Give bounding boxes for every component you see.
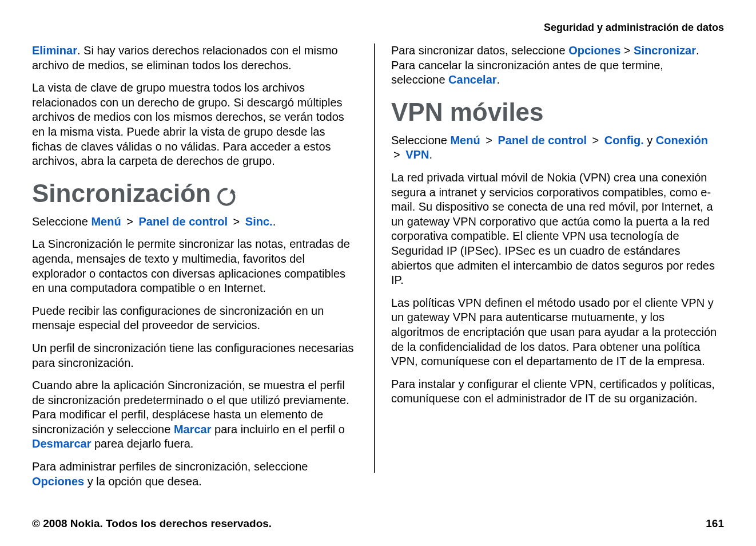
link-menu[interactable]: Menú — [450, 134, 480, 147]
separator: > — [592, 134, 602, 147]
svg-marker-0 — [229, 188, 235, 193]
text: y — [647, 134, 656, 147]
link-desmarcar[interactable]: Desmarcar — [32, 437, 91, 450]
link-vpn[interactable]: VPN — [405, 148, 429, 161]
page-footer: © 2008 Nokia. Todos los derechos reserva… — [32, 517, 724, 530]
page-header: Seguridad y administración de datos — [544, 22, 724, 34]
link-opciones[interactable]: Opciones — [32, 475, 84, 488]
link-panel-de-control[interactable]: Panel de control — [138, 215, 228, 228]
paragraph: La Sincronización le permite sincronizar… — [32, 237, 358, 295]
breadcrumb: Seleccione Menú > Panel de control > Con… — [391, 133, 717, 163]
paragraph: La vista de clave de grupo muestra todos… — [32, 81, 358, 169]
paragraph: La red privada virtual móvil de Nokia (V… — [391, 171, 717, 288]
paragraph: Para instalar y configurar el cliente VP… — [391, 377, 717, 406]
text: . — [429, 148, 432, 161]
separator: > — [486, 134, 495, 147]
link-conexion[interactable]: Conexión — [656, 134, 708, 147]
sync-icon — [217, 184, 236, 203]
text: . Si hay varios derechos relacionados co… — [32, 44, 338, 72]
link-panel-de-control[interactable]: Panel de control — [498, 134, 587, 147]
heading-text: Sincronización — [32, 179, 211, 208]
link-config[interactable]: Config. — [604, 134, 644, 147]
paragraph: Las políticas VPN definen el método usad… — [391, 296, 717, 369]
separator: > — [233, 215, 243, 228]
paragraph: Para administrar perfiles de sincronizac… — [32, 460, 358, 489]
separator: > — [126, 215, 136, 228]
left-column: Eliminar. Si hay varios derechos relacio… — [32, 43, 374, 497]
link-marcar[interactable]: Marcar — [174, 423, 212, 436]
text: Seleccione — [391, 134, 450, 147]
link-menu[interactable]: Menú — [91, 215, 121, 228]
text: Para sincronizar datos, seleccione — [391, 44, 568, 57]
paragraph: Para sincronizar datos, seleccione Opcio… — [391, 43, 717, 88]
text: . — [273, 215, 276, 228]
separator: > — [393, 148, 403, 161]
text: > — [620, 44, 634, 57]
link-eliminar[interactable]: Eliminar — [32, 44, 77, 57]
right-column: Para sincronizar datos, seleccione Opcio… — [375, 43, 717, 497]
text: Para administrar perfiles de sincronizac… — [32, 460, 308, 473]
text: Seleccione — [32, 215, 91, 228]
text: parea dejarlo fuera. — [91, 437, 193, 450]
content-columns: Eliminar. Si hay varios derechos relacio… — [32, 43, 724, 497]
text: para incluirlo en el perfil o — [212, 423, 345, 436]
heading-vpn-moviles: VPN móviles — [391, 98, 717, 126]
text: y la opción que desea. — [84, 475, 202, 488]
paragraph: Cuando abre la aplicación Sincronización… — [32, 378, 358, 452]
heading-sincronizacion: Sincronización — [32, 179, 358, 208]
breadcrumb: Seleccione Menú > Panel de control > Sin… — [32, 215, 358, 230]
link-sinc[interactable]: Sinc. — [245, 215, 273, 228]
text: . — [497, 73, 500, 86]
page-number: 161 — [706, 517, 724, 530]
paragraph: Puede recibir las configuraciones de sin… — [32, 304, 358, 333]
link-sincronizar[interactable]: Sincronizar — [634, 44, 696, 57]
paragraph: Eliminar. Si hay varios derechos relacio… — [32, 43, 358, 73]
paragraph: Un perfil de sincronización tiene las co… — [32, 341, 358, 370]
link-cancelar[interactable]: Cancelar — [448, 73, 497, 86]
link-opciones[interactable]: Opciones — [568, 44, 620, 57]
copyright: © 2008 Nokia. Todos los derechos reserva… — [32, 517, 272, 530]
